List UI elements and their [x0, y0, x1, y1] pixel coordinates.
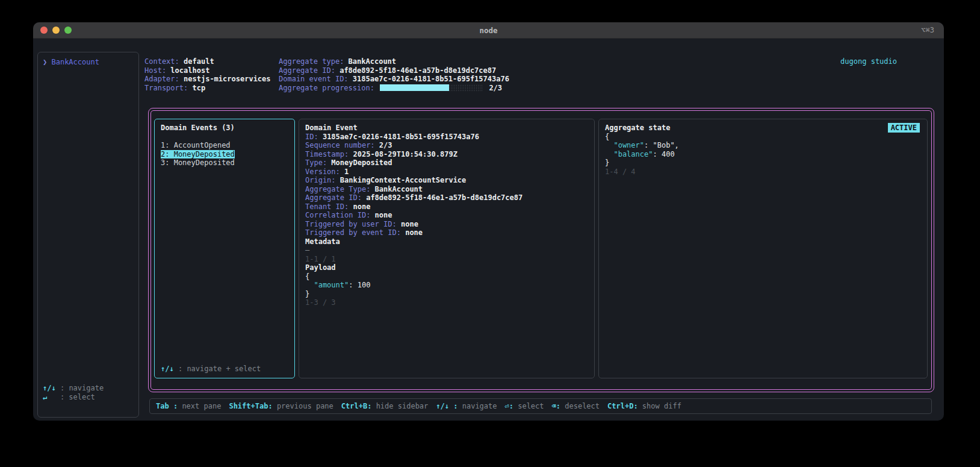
terminal-content: ❯ BankAccount ↑/↓ : navigate↵ : select C…	[33, 39, 944, 421]
statusbar-shortcut: ↑/↓ : navigate	[436, 402, 497, 410]
event-field: Aggregate ID: af8de892-5f18-46e1-a57b-d8…	[305, 193, 588, 202]
json-line: }	[305, 290, 588, 299]
progress-bar	[380, 84, 483, 91]
sidebar-shortcut-hints: ↑/↓ : navigate↵ : select	[43, 384, 104, 401]
statusbar: Tab : next paneShift+Tab: previous paneC…	[149, 398, 932, 414]
sidebar-item-label: BankAccount	[51, 58, 99, 66]
json-key: "owner"	[605, 141, 644, 149]
metadata-empty-value: —	[305, 246, 588, 255]
statusbar-shortcut: ⌫: deselect	[552, 402, 600, 410]
event-field: ID: 3185ae7c-0216-4181-8b51-695f15743a76	[305, 133, 588, 142]
json-line: }	[605, 158, 921, 168]
aggregate-info: Aggregate type: BankAccountAggregate ID:…	[279, 57, 509, 92]
event-list-item-label: 1: AccountOpened	[161, 141, 231, 150]
payload-pager: 1-3 / 3	[305, 298, 588, 307]
key-icon: Shift+Tab	[229, 402, 268, 410]
statusbar-shortcut: Ctrl+B: hide sidebar	[341, 402, 429, 410]
metadata-pager: 1-1 / 1	[305, 255, 588, 264]
aggregate-state-pager: 1-4 / 4	[605, 168, 921, 177]
domain-events-list: 1: AccountOpened2: MoneyDeposited3: Mone…	[161, 141, 288, 168]
key-icon: Ctrl+D	[607, 402, 633, 410]
aggregate-state-title: Aggregate state	[605, 124, 921, 133]
json-key: "balance"	[605, 150, 653, 158]
app-brand: dugong studio	[840, 57, 897, 66]
sidebar-shortcut: ↵ : select	[43, 393, 104, 402]
sidebar: ❯ BankAccount ↑/↓ : navigate↵ : select	[37, 52, 139, 418]
json-line: "balance": 400	[605, 150, 921, 159]
arrows-icon: ↑/↓	[161, 365, 174, 373]
maximize-button[interactable]	[64, 27, 72, 34]
event-field: Type: MoneyDeposited	[305, 158, 588, 168]
key-icon: Ctrl+B	[341, 402, 367, 410]
key-icon: ⏎	[505, 402, 509, 410]
statusbar-shortcut: Ctrl+D: show diff	[607, 402, 681, 410]
chevron-icon: ❯	[43, 58, 47, 66]
event-field: Version: 1	[305, 168, 588, 177]
statusbar-shortcut: Shift+Tab: previous pane	[229, 402, 333, 410]
desktop: node ⌥⌘3 ❯ BankAccount ↑/↓ : navigate↵ :…	[0, 0, 980, 467]
domain-event-title: Domain Event	[305, 124, 588, 133]
event-field: Timestamp: 2025-08-29T10:54:30.879Z	[305, 150, 588, 159]
domain-event-fields: ID: 3185ae7c-0216-4181-8b51-695f15743a76…	[305, 133, 588, 237]
status-badge: ACTIVE	[888, 123, 920, 133]
statusbar-shortcut: ⏎: select	[505, 402, 544, 410]
header-field: Aggregate type: BankAccount	[279, 57, 509, 66]
window-title: node	[33, 26, 944, 35]
json-line: "owner": "Bob",	[605, 141, 921, 150]
event-field: Correlation ID: none	[305, 211, 588, 220]
minimize-button[interactable]	[52, 27, 60, 34]
titlebar: node ⌥⌘3	[33, 22, 944, 39]
domain-events-title: Domain Events (3)	[161, 124, 288, 133]
event-list-item-label: 2: MoneyDeposited	[161, 150, 235, 159]
progress-bar-fill	[380, 84, 449, 91]
header-field: Transport: tcp	[144, 84, 271, 93]
aggregate-progression: Aggregate progression: 2/3	[279, 84, 509, 93]
event-field: Triggered by event ID: none	[305, 228, 588, 237]
sidebar-item-bankaccount[interactable]: ❯ BankAccount	[38, 52, 138, 66]
event-field: Tenant ID: none	[305, 202, 588, 212]
key-icon: ↑/↓	[43, 384, 56, 392]
event-field: Sequence number: 2/3	[305, 141, 588, 150]
statusbar-shortcut: Tab : next pane	[156, 402, 221, 410]
titlebar-shortcut: ⌥⌘3	[921, 22, 934, 38]
json-line: {	[605, 133, 921, 142]
event-list-item[interactable]: 1: AccountOpened	[161, 141, 288, 150]
traffic-lights	[40, 22, 72, 38]
event-field: Triggered by user ID: none	[305, 220, 588, 229]
event-list-item-label: 3: MoneyDeposited	[161, 158, 235, 168]
aggregate-state-json: { "owner": "Bob", "balance": 400}	[605, 133, 921, 168]
header-field: Aggregate ID: af8de892-5f18-46e1-a57b-d8…	[279, 66, 509, 75]
event-field: Aggregate Type: BankAccount	[305, 185, 588, 194]
close-button[interactable]	[40, 27, 48, 34]
event-list-item[interactable]: 3: MoneyDeposited	[161, 158, 288, 168]
domain-event-detail-panel: Domain Event ID: 3185ae7c-0216-4181-8b51…	[299, 119, 595, 378]
events-panel-hint: ↑/↓ : navigate + select	[161, 365, 261, 373]
key-icon: ↑/↓	[436, 402, 449, 410]
payload-heading: Payload	[305, 263, 588, 272]
payload-json: { "amount": 100}	[305, 272, 588, 299]
json-line: {	[305, 272, 588, 281]
terminal-window: node ⌥⌘3 ❯ BankAccount ↑/↓ : navigate↵ :…	[33, 22, 944, 421]
header-field: Context: default	[144, 57, 271, 66]
key-icon: ⌫	[552, 402, 556, 410]
event-list-item[interactable]: 2: MoneyDeposited	[161, 150, 288, 159]
header-field: Adapter: nestjs-microservices	[144, 75, 271, 84]
connection-info: Context: defaultHost: localhostAdapter: …	[144, 57, 271, 92]
sidebar-shortcut: ↑/↓ : navigate	[43, 384, 104, 393]
header-field: Domain event ID: 3185ae7c-0216-4181-8b51…	[279, 75, 509, 84]
json-key: "amount"	[305, 281, 349, 289]
json-line: "amount": 100	[305, 281, 588, 290]
header-field: Host: localhost	[144, 66, 271, 75]
metadata-heading: Metadata	[305, 237, 588, 246]
event-field: Origin: BankingContext-AccountService	[305, 176, 588, 185]
aggregate-state-panel: Aggregate state { "owner": "Bob", "balan…	[598, 119, 928, 378]
domain-events-panel: Domain Events (3) 1: AccountOpened2: Mon…	[154, 119, 295, 378]
key-icon: Tab	[156, 402, 169, 410]
